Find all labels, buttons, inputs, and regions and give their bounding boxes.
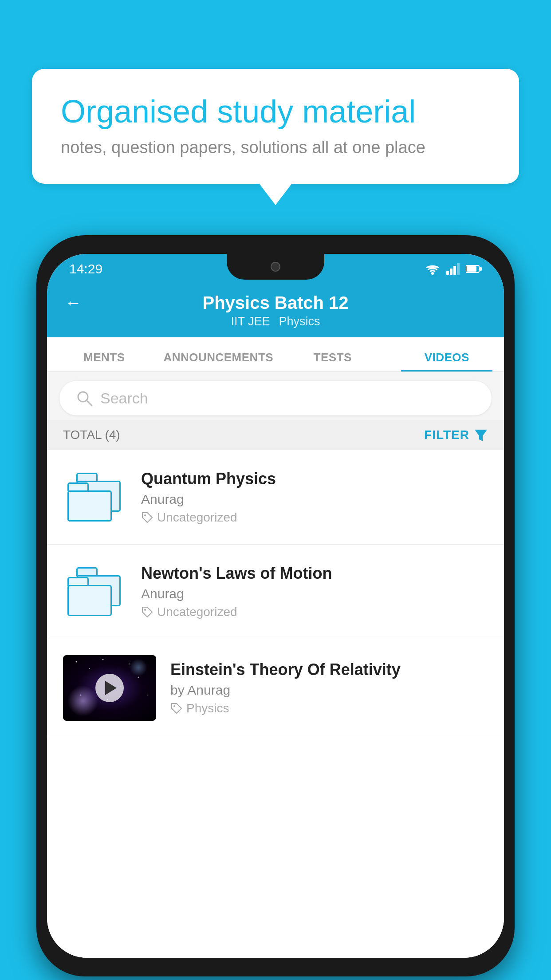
subtitle-iitjee: IIT JEE bbox=[231, 315, 270, 328]
play-button-overlay[interactable] bbox=[63, 655, 156, 721]
svg-point-12 bbox=[144, 514, 146, 516]
battery-icon bbox=[466, 264, 482, 274]
video-tag: Uncategorized bbox=[141, 510, 488, 525]
svg-rect-3 bbox=[450, 269, 453, 275]
list-item[interactable]: Einstein's Theory Of Relativity by Anura… bbox=[47, 639, 504, 737]
svg-rect-5 bbox=[457, 263, 460, 275]
svg-rect-4 bbox=[453, 266, 456, 275]
svg-point-24 bbox=[173, 705, 175, 707]
list-item[interactable]: Quantum Physics Anurag Uncategorized bbox=[47, 450, 504, 545]
filter-button[interactable]: FILTER bbox=[424, 428, 488, 442]
back-button[interactable]: ← bbox=[65, 293, 82, 312]
tag-icon bbox=[141, 511, 153, 524]
search-bar[interactable]: Search bbox=[59, 381, 492, 415]
phone-notch bbox=[227, 254, 324, 280]
header-row: ← Physics Batch 12 bbox=[47, 293, 504, 313]
signal-icon bbox=[446, 263, 460, 275]
tag-label: Physics bbox=[186, 701, 229, 715]
play-button[interactable] bbox=[95, 674, 124, 702]
subtitle-physics: Physics bbox=[279, 315, 320, 328]
video-info: Einstein's Theory Of Relativity by Anura… bbox=[170, 660, 488, 715]
tab-announcements[interactable]: ANNOUNCEMENTS bbox=[161, 351, 276, 371]
filter-row: TOTAL (4) FILTER bbox=[47, 420, 504, 450]
video-author: by Anurag bbox=[170, 683, 488, 698]
total-count: TOTAL (4) bbox=[63, 428, 120, 442]
play-icon bbox=[105, 681, 117, 695]
video-title: Newton's Laws of Motion bbox=[141, 564, 488, 583]
filter-label: FILTER bbox=[424, 428, 469, 442]
video-folder-icon bbox=[63, 466, 125, 528]
search-placeholder: Search bbox=[100, 390, 148, 407]
video-tag: Physics bbox=[170, 701, 488, 715]
bubble-subtitle: notes, question papers, solutions all at… bbox=[61, 138, 490, 157]
video-tag: Uncategorized bbox=[141, 605, 488, 619]
search-container: Search bbox=[47, 372, 504, 424]
svg-point-1 bbox=[432, 273, 434, 275]
video-author: Anurag bbox=[141, 492, 488, 507]
video-folder-icon bbox=[63, 561, 125, 623]
svg-marker-11 bbox=[475, 430, 487, 441]
svg-point-13 bbox=[144, 609, 146, 611]
filter-icon bbox=[474, 428, 488, 442]
tab-bar: MENTS ANNOUNCEMENTS TESTS VIDEOS bbox=[47, 337, 504, 372]
tag-icon bbox=[170, 702, 183, 715]
camera-icon bbox=[271, 262, 280, 272]
status-icons bbox=[425, 263, 482, 275]
video-thumbnail bbox=[63, 655, 156, 721]
speech-bubble: Organised study material notes, question… bbox=[32, 69, 519, 184]
tab-ments[interactable]: MENTS bbox=[47, 351, 161, 371]
video-title: Einstein's Theory Of Relativity bbox=[170, 660, 488, 679]
bubble-title: Organised study material bbox=[61, 93, 490, 130]
svg-line-10 bbox=[87, 400, 92, 406]
page-title: Physics Batch 12 bbox=[202, 293, 348, 313]
tag-label: Uncategorized bbox=[157, 605, 237, 619]
svg-rect-8 bbox=[480, 267, 482, 271]
tab-videos[interactable]: VIDEOS bbox=[390, 351, 504, 371]
video-info: Newton's Laws of Motion Anurag Uncategor… bbox=[141, 564, 488, 619]
folder-stack-icon bbox=[67, 473, 121, 522]
status-time: 14:29 bbox=[69, 261, 102, 277]
phone-frame: 14:29 bbox=[36, 235, 515, 976]
tag-icon bbox=[141, 606, 153, 618]
search-icon bbox=[75, 389, 93, 407]
list-item[interactable]: Newton's Laws of Motion Anurag Uncategor… bbox=[47, 545, 504, 639]
video-author: Anurag bbox=[141, 586, 488, 601]
svg-rect-7 bbox=[467, 266, 476, 272]
tag-label: Uncategorized bbox=[157, 510, 237, 525]
folder-stack-icon bbox=[67, 567, 121, 616]
header-subtitle: IIT JEE Physics bbox=[231, 315, 320, 328]
phone-screen: 14:29 bbox=[47, 254, 504, 958]
video-info: Quantum Physics Anurag Uncategorized bbox=[141, 470, 488, 525]
video-list: Quantum Physics Anurag Uncategorized bbox=[47, 450, 504, 958]
tab-tests[interactable]: TESTS bbox=[276, 351, 390, 371]
video-title: Quantum Physics bbox=[141, 470, 488, 488]
wifi-icon bbox=[425, 263, 440, 275]
app-header: ← Physics Batch 12 IIT JEE Physics bbox=[47, 284, 504, 337]
svg-rect-2 bbox=[446, 271, 449, 275]
